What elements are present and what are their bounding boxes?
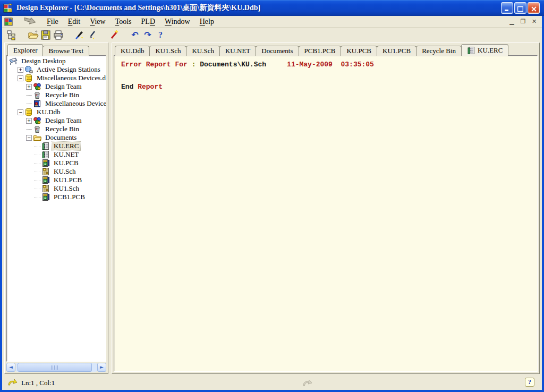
tree-item-label: KU.Ddb (35, 108, 62, 116)
tree-connector (26, 125, 32, 130)
stations-icon (24, 65, 33, 74)
menu-items: FileEditViewToolsPLDWindowHelp (42, 17, 219, 27)
tree-item-ku1-pcb[interactable]: KU1.PCB (8, 176, 106, 184)
document-window-icon[interactable] (4, 18, 13, 26)
tree-item-pcb1-pcb[interactable]: PCB1.PCB (8, 193, 106, 201)
close-button[interactable] (528, 2, 540, 14)
tree-connector (35, 185, 40, 189)
document-tab-ku.ddb[interactable]: KU.Ddb (115, 46, 150, 56)
tree-item-design-desktop[interactable]: Design Desktop (8, 57, 106, 65)
tree-item-recycle-bin[interactable]: Recycle Bin (8, 125, 106, 133)
tree-item-miscellaneous-devices-lib[interactable]: Miscellaneous Devices.lib (8, 99, 106, 108)
maximize-button[interactable] (514, 2, 526, 14)
tab-label: KU1.PCB (382, 47, 411, 55)
tree-item-ku-pcb[interactable]: KU.PCB (8, 159, 106, 167)
tree-item-design-team[interactable]: +Design Team (8, 116, 106, 125)
mdi-restore-button[interactable]: ❐ (518, 18, 528, 25)
tree-indent (8, 116, 26, 125)
tree-connector (26, 91, 32, 96)
menu-tools[interactable]: Tools (110, 17, 137, 27)
team-icon (33, 116, 41, 125)
tree-item-documents[interactable]: −Documents (8, 133, 106, 142)
desktop-icon (9, 57, 18, 65)
tree-item-ku-erc[interactable]: KU.ERC (8, 142, 106, 150)
wand-tool-icon[interactable] (107, 29, 120, 41)
tree-item-design-team[interactable]: +Design Team (8, 82, 106, 91)
explorer-panel: ExplorerBrowse Text Design Desktop+Activ… (4, 42, 108, 374)
undo-icon[interactable]: ↶ (129, 29, 141, 41)
design-tree: Design Desktop+Active Design Stations−Mi… (6, 55, 106, 362)
open-folder-icon[interactable] (27, 29, 39, 41)
tree-item-active-design-stations[interactable]: +Active Design Stations (8, 65, 106, 74)
menu-view[interactable]: View (85, 17, 110, 27)
tree-item-ku-ddb[interactable]: −KU.Ddb (8, 108, 106, 116)
collapse-minus-icon[interactable]: − (26, 135, 32, 141)
status-help-icon[interactable]: ? (525, 378, 534, 387)
mdi-window-controls: ▁ ❐ ✕ (507, 18, 539, 25)
tree-item-label: KU.ERC (52, 142, 80, 150)
pen-tool-icon[interactable] (86, 29, 99, 41)
menu-file[interactable]: File (42, 17, 63, 27)
report-text-segment: : (188, 61, 200, 69)
document-tab-ku.erc[interactable]: KU.ERC (461, 44, 508, 56)
tree-item-ku-sch[interactable]: KU.Sch (8, 167, 106, 176)
document-tab-recycle-bin[interactable]: Recycle Bin (416, 46, 462, 56)
database-icon (24, 74, 33, 82)
toolbar-group: ↶↷? (129, 29, 167, 41)
tree-item-label: KU1.Sch (52, 184, 81, 193)
knife-tool-icon[interactable] (73, 29, 86, 41)
scroll-right-button[interactable]: ► (97, 363, 106, 372)
error-report-view[interactable]: Error Report For : Documents\KU.Sch 11-M… (114, 55, 538, 372)
document-tab-ku.sch[interactable]: KU.Sch (186, 46, 220, 56)
scroll-thumb[interactable] (18, 363, 92, 372)
menu-window[interactable]: Window (160, 17, 195, 27)
report-text-segment: 11-May-2009 03:35:05 (287, 61, 374, 69)
document-tab-ku.net[interactable]: KU.NET (219, 46, 256, 56)
toolbar-group (73, 29, 99, 41)
report-text-segment: Report (138, 83, 163, 91)
document-tab-ku1.pcb[interactable]: KU1.PCB (377, 46, 416, 56)
menu-pld[interactable]: PLD (137, 17, 160, 27)
menu-edit[interactable]: Edit (63, 17, 85, 27)
expand-plus-icon[interactable]: + (26, 118, 32, 124)
document-tab-ku.pcb[interactable]: KU.PCB (341, 46, 377, 56)
tree-connector (35, 159, 40, 164)
panel-tab-explorer[interactable]: Explorer (7, 44, 43, 56)
tree-item-recycle-bin[interactable]: Recycle Bin (8, 91, 106, 99)
status-arrow-icon (7, 378, 18, 388)
tree-item-ku1-sch[interactable]: KU1.Sch (8, 184, 106, 193)
status-arrow-gray-icon (302, 379, 313, 388)
scroll-left-button[interactable]: ◄ (6, 363, 15, 372)
report-doc-icon (41, 150, 50, 159)
tree-horizontal-scrollbar[interactable]: ◄ ► (6, 363, 106, 372)
save-icon[interactable] (39, 29, 52, 41)
tree-item-miscellaneous-devices-ddb[interactable]: −Miscellaneous Devices.ddb (8, 74, 106, 82)
report-doc-icon (467, 46, 475, 55)
design-manager-icon[interactable] (5, 29, 18, 41)
collapse-minus-icon[interactable]: − (18, 109, 23, 115)
document-tab-ku1.sch[interactable]: KU1.Sch (149, 46, 186, 56)
help-icon[interactable]: ? (154, 29, 167, 41)
tree-item-label: Design Team (44, 82, 83, 91)
expand-plus-icon[interactable]: + (26, 84, 32, 90)
tree-connector (35, 142, 40, 147)
tree-item-ku-net[interactable]: KU.NET (8, 150, 106, 159)
mdi-minimize-button[interactable]: ▁ (507, 18, 516, 25)
panel-tab-browse-text[interactable]: Browse Text (42, 46, 89, 56)
pulldown-arrow-icon[interactable] (23, 17, 37, 27)
document-tab-documents[interactable]: Documents (256, 46, 299, 56)
tab-label: KU.Sch (192, 47, 214, 55)
scroll-track[interactable] (16, 363, 97, 372)
redo-icon[interactable]: ↷ (141, 29, 154, 41)
workspace: ExplorerBrowse Text Design Desktop+Activ… (2, 42, 542, 376)
menu-help[interactable]: Help (195, 17, 219, 27)
tree-indent (8, 150, 35, 159)
collapse-minus-icon[interactable]: − (18, 75, 23, 81)
pcb-doc-icon (41, 159, 50, 167)
minimize-button[interactable] (501, 2, 513, 14)
mdi-close-button[interactable]: ✕ (530, 18, 539, 25)
report-text-segment: Documents\KU.Sch (200, 61, 266, 69)
expand-plus-icon[interactable]: + (18, 67, 23, 73)
print-icon[interactable] (52, 29, 65, 41)
document-tab-pcb1.pcb[interactable]: PCB1.PCB (299, 46, 342, 56)
